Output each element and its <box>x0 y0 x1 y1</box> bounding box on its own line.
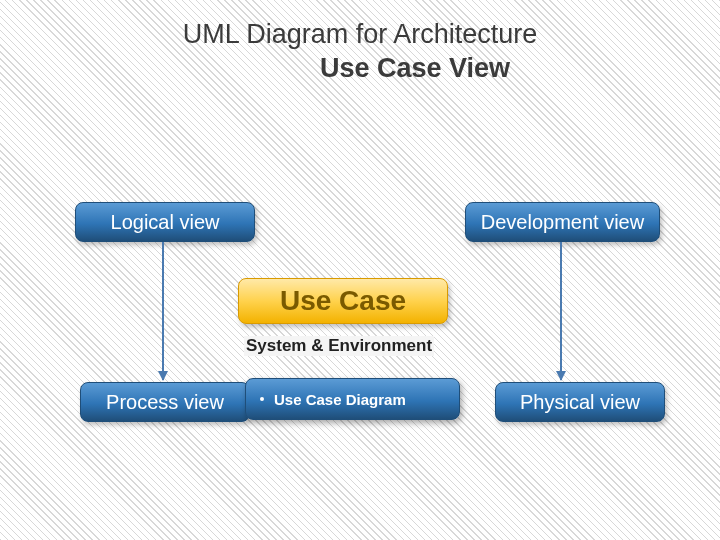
title-line2: Use Case View <box>0 52 720 86</box>
use-case-diagram-label: Use Case Diagram <box>274 391 406 408</box>
logical-view-box: Logical view <box>75 202 255 242</box>
bullet-icon <box>260 397 264 401</box>
development-view-box: Development view <box>465 202 660 242</box>
system-environment-label: System & Environment <box>244 336 434 356</box>
arrow-development-to-physical <box>560 242 562 380</box>
use-case-diagram-bullet-box: Use Case Diagram <box>245 378 460 420</box>
use-case-label: Use Case <box>280 285 406 317</box>
process-view-box: Process view <box>80 382 250 422</box>
logical-view-label: Logical view <box>111 211 220 234</box>
title-line1: UML Diagram for Architecture <box>183 19 538 49</box>
process-view-label: Process view <box>106 391 224 414</box>
slide-title: UML Diagram for Architecture Use Case Vi… <box>0 18 720 86</box>
development-view-label: Development view <box>481 211 644 234</box>
use-case-box: Use Case <box>238 278 448 324</box>
arrow-logical-to-process <box>162 242 164 380</box>
physical-view-box: Physical view <box>495 382 665 422</box>
physical-view-label: Physical view <box>520 391 640 414</box>
